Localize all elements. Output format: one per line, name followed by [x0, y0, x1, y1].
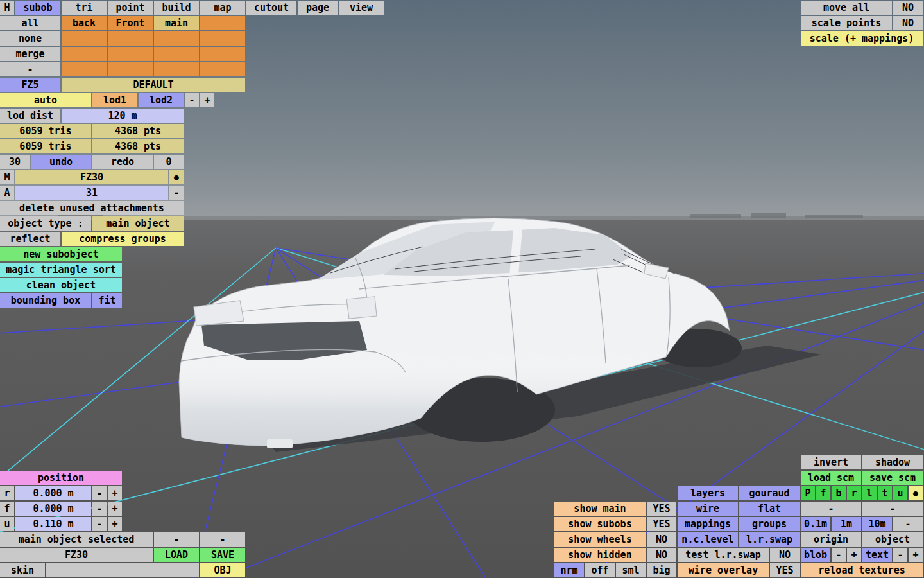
view-top-button[interactable]: t	[878, 486, 892, 500]
attachment-minus-button[interactable]: -	[169, 186, 184, 200]
slot-empty-11[interactable]	[108, 62, 153, 76]
position-u-minus-button[interactable]: -	[92, 517, 107, 531]
magic-triangle-sort-button[interactable]: magic triangle sort	[0, 263, 122, 277]
object-button[interactable]: object	[862, 532, 923, 547]
bounding-box-fit-button[interactable]: fit	[92, 293, 122, 308]
shadow-button[interactable]: shadow	[862, 455, 923, 469]
show-main-toggle[interactable]: YES	[647, 502, 676, 516]
menu-cutout-tab[interactable]: cutout	[246, 1, 296, 15]
slot-front-button[interactable]: Front	[108, 16, 153, 30]
slot-empty-1[interactable]	[200, 16, 245, 30]
menu-subob-tab[interactable]: subob	[15, 1, 60, 15]
show-hidden-toggle[interactable]: NO	[647, 548, 676, 562]
scene-dash-1-button[interactable]: -	[801, 502, 861, 516]
show-subobs-button[interactable]: show subobs	[554, 517, 646, 531]
flat-button[interactable]: flat	[739, 502, 800, 516]
bounding-box-button[interactable]: bounding box	[0, 293, 91, 308]
reflect-button[interactable]: reflect	[0, 232, 60, 246]
slot-empty-12[interactable]	[154, 62, 199, 76]
show-wheels-toggle[interactable]: NO	[647, 532, 676, 547]
view-back-button[interactable]: b	[832, 486, 846, 500]
menu-map-tab[interactable]: map	[200, 1, 245, 15]
position-r-minus-button[interactable]: -	[92, 486, 107, 500]
load-button[interactable]: LOAD	[154, 548, 199, 562]
view-front-button[interactable]: f	[816, 486, 830, 500]
show-hidden-button[interactable]: show hidden	[554, 548, 646, 562]
gouraud-button[interactable]: gouraud	[739, 486, 800, 500]
normals-small-button[interactable]: sml	[616, 563, 646, 577]
skin-name-field[interactable]	[46, 563, 199, 577]
merge-button[interactable]: merge	[0, 47, 60, 61]
scale-points-button[interactable]: scale points	[801, 16, 892, 30]
layers-button[interactable]: layers	[678, 486, 738, 500]
slot-empty-9[interactable]	[200, 47, 245, 61]
menu-h-button[interactable]: H	[0, 1, 14, 15]
text-button[interactable]: text	[862, 548, 892, 562]
lod-plus-button[interactable]: +	[200, 93, 214, 107]
model-m-button[interactable]: M	[0, 170, 14, 184]
groups-button[interactable]: groups	[739, 517, 800, 531]
position-f-value[interactable]: 0.000 m	[15, 502, 91, 516]
position-u-value[interactable]: 0.110 m	[15, 517, 91, 531]
grid-dash-button[interactable]: -	[893, 517, 923, 531]
move-all-toggle[interactable]: NO	[893, 1, 923, 15]
view-bullet-button[interactable]: ●	[909, 486, 923, 500]
clean-object-button[interactable]: clean object	[0, 278, 122, 292]
wire-overlay-button[interactable]: wire overlay	[678, 563, 769, 577]
compress-groups-button[interactable]: compress groups	[62, 232, 184, 246]
normals-button[interactable]: nrm	[554, 563, 584, 577]
lod2-button[interactable]: lod2	[139, 93, 184, 107]
default-button[interactable]: DEFAULT	[62, 78, 245, 92]
position-u-plus-button[interactable]: +	[108, 517, 122, 531]
attachment-value-field[interactable]: 31	[15, 186, 168, 200]
view-under-button[interactable]: u	[893, 486, 907, 500]
file-dash-2-button[interactable]: -	[200, 532, 245, 547]
attachment-a-button[interactable]: A	[0, 186, 14, 200]
slot-back-button[interactable]: back	[62, 16, 107, 30]
grid-10m-button[interactable]: 10m	[862, 517, 892, 531]
slot-empty-5[interactable]	[200, 31, 245, 46]
move-all-button[interactable]: move all	[801, 1, 892, 15]
slot-empty-3[interactable]	[108, 31, 153, 46]
scale-mappings-button[interactable]: scale (+ mappings)	[801, 31, 923, 46]
lod-auto-button[interactable]: auto	[0, 93, 91, 107]
obj-export-button[interactable]: OBJ	[200, 563, 245, 577]
slot-empty-10[interactable]	[62, 62, 107, 76]
show-main-button[interactable]: show main	[554, 502, 646, 516]
nc-level-button[interactable]: n.c.level	[678, 532, 738, 547]
grid-01m-button[interactable]: 0.1m	[801, 517, 830, 531]
show-wheels-button[interactable]: show wheels	[554, 532, 646, 547]
model-name-field[interactable]: FZ30	[15, 170, 168, 184]
menu-tri-tab[interactable]: tri	[62, 1, 107, 15]
wire-overlay-toggle[interactable]: YES	[770, 563, 800, 577]
save-button[interactable]: SAVE	[200, 548, 245, 562]
position-f-minus-button[interactable]: -	[92, 502, 107, 516]
slot-empty-8[interactable]	[154, 47, 199, 61]
normals-big-button[interactable]: big	[647, 563, 676, 577]
skin-button[interactable]: skin	[0, 563, 45, 577]
grid-1m-button[interactable]: 1m	[832, 517, 861, 531]
view-right-button[interactable]: r	[847, 486, 861, 500]
select-all-button[interactable]: all	[0, 16, 60, 30]
slot-empty-7[interactable]	[108, 47, 153, 61]
blob-minus-button[interactable]: -	[832, 548, 846, 562]
menu-point-tab[interactable]: point	[108, 1, 153, 15]
view-perspective-button[interactable]: P	[801, 486, 815, 500]
view-left-button[interactable]: l	[862, 486, 877, 500]
position-r-value[interactable]: 0.000 m	[15, 486, 91, 500]
lod-minus-button[interactable]: -	[185, 93, 199, 107]
origin-button[interactable]: origin	[801, 532, 861, 547]
undo-button[interactable]: undo	[31, 155, 91, 169]
test-lr-swap-toggle[interactable]: NO	[770, 548, 800, 562]
invert-button[interactable]: invert	[801, 455, 861, 469]
blob-button[interactable]: blob	[801, 548, 830, 562]
save-scm-button[interactable]: save scm	[862, 471, 923, 485]
menu-page-tab[interactable]: page	[298, 1, 338, 15]
slot-main-button[interactable]: main	[154, 16, 199, 30]
delete-unused-attachments-button[interactable]: delete unused attachments	[0, 201, 184, 215]
file-name-field[interactable]: FZ30	[0, 548, 153, 562]
menu-view-tab[interactable]: view	[339, 1, 384, 15]
lod-dist-value[interactable]: 120 m	[62, 109, 184, 123]
reload-textures-button[interactable]: reload textures	[801, 563, 923, 577]
new-subobject-button[interactable]: new subobject	[0, 247, 122, 261]
